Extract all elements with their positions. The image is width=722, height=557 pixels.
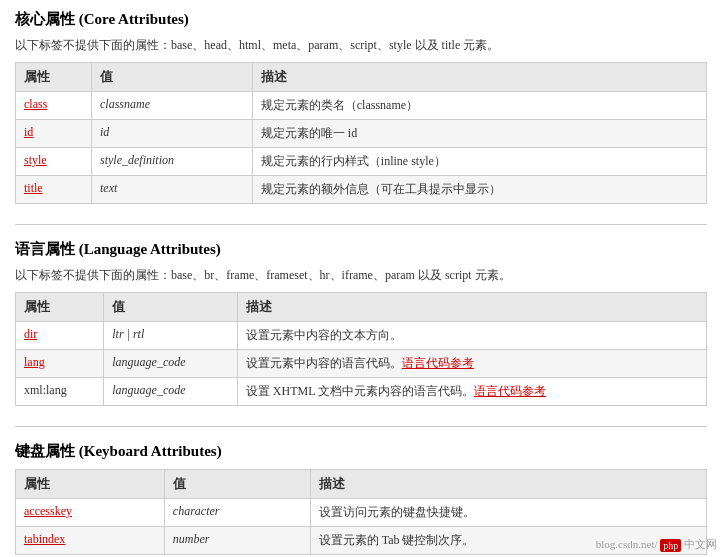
- core-attributes-table: 属性 值 描述 class classname 规定元素的类名（classnam…: [15, 62, 707, 204]
- php-badge: php: [660, 539, 681, 552]
- attr-cell: xml:lang: [16, 378, 104, 406]
- watermark: blog.csdn.net/ php 中文网: [596, 537, 717, 552]
- col-header-attr: 属性: [16, 63, 92, 92]
- tabindex-link[interactable]: tabindex: [24, 532, 65, 546]
- attr-cell: class: [16, 92, 92, 120]
- attr-cell: title: [16, 176, 92, 204]
- col-header-attr: 属性: [16, 470, 165, 499]
- table-row: id id 规定元素的唯一 id: [16, 120, 707, 148]
- desc-cell: 设置元素中内容的文本方向。: [237, 322, 706, 350]
- col-header-desc: 描述: [237, 293, 706, 322]
- desc-cell: 设置元素中内容的语言代码。语言代码参考: [237, 350, 706, 378]
- core-section-title: 核心属性 (Core Attributes): [15, 10, 707, 29]
- table-row: dir ltr | rtl 设置元素中内容的文本方向。: [16, 322, 707, 350]
- table-row: xml:lang language_code 设置 XHTML 文档中元素内容的…: [16, 378, 707, 406]
- val-cell: style_definition: [91, 148, 252, 176]
- language-attributes-table: 属性 值 描述 dir ltr | rtl 设置元素中内容的文本方向。 lang…: [15, 292, 707, 406]
- table-row: accesskey character 设置访问元素的键盘快捷键。: [16, 499, 707, 527]
- val-cell: language_code: [104, 378, 238, 406]
- col-header-val: 值: [104, 293, 238, 322]
- val-cell: language_code: [104, 350, 238, 378]
- id-link[interactable]: id: [24, 125, 33, 139]
- title-link[interactable]: title: [24, 181, 43, 195]
- table-row: lang language_code 设置元素中内容的语言代码。语言代码参考: [16, 350, 707, 378]
- lang-code-ref-link-2[interactable]: 语言代码参考: [474, 384, 546, 398]
- xmllang-text: xml:lang: [24, 383, 67, 397]
- table-row: style style_definition 规定元素的行内样式（inline …: [16, 148, 707, 176]
- desc-cell: 设置 XHTML 文档中元素内容的语言代码。语言代码参考: [237, 378, 706, 406]
- desc-cell: 设置访问元素的键盘快捷键。: [310, 499, 706, 527]
- val-cell: number: [164, 527, 310, 555]
- attr-cell: dir: [16, 322, 104, 350]
- desc-cell: 规定元素的唯一 id: [252, 120, 706, 148]
- attr-cell: lang: [16, 350, 104, 378]
- col-header-attr: 属性: [16, 293, 104, 322]
- col-header-desc: 描述: [252, 63, 706, 92]
- val-cell: character: [164, 499, 310, 527]
- lang-link[interactable]: lang: [24, 355, 45, 369]
- attr-cell: style: [16, 148, 92, 176]
- core-attributes-section: 核心属性 (Core Attributes) 以下标签不提供下面的属性：base…: [15, 10, 707, 204]
- attr-cell: tabindex: [16, 527, 165, 555]
- core-section-desc: 以下标签不提供下面的属性：base、head、html、meta、param、s…: [15, 37, 707, 54]
- divider-2: [15, 426, 707, 427]
- col-header-desc: 描述: [310, 470, 706, 499]
- col-header-val: 值: [164, 470, 310, 499]
- language-attributes-section: 语言属性 (Language Attributes) 以下标签不提供下面的属性：…: [15, 240, 707, 406]
- col-header-val: 值: [91, 63, 252, 92]
- val-cell: id: [91, 120, 252, 148]
- language-section-desc: 以下标签不提供下面的属性：base、br、frame、frameset、hr、i…: [15, 267, 707, 284]
- style-link[interactable]: style: [24, 153, 47, 167]
- blog-url: blog.csdn.net/: [596, 538, 658, 550]
- table-row: class classname 规定元素的类名（classname）: [16, 92, 707, 120]
- keyboard-section-title: 键盘属性 (Keyboard Attributes): [15, 442, 707, 461]
- desc-cell: 规定元素的行内样式（inline style）: [252, 148, 706, 176]
- dir-link[interactable]: dir: [24, 327, 37, 341]
- chinese-label: 中文网: [684, 538, 717, 550]
- accesskey-link[interactable]: accesskey: [24, 504, 72, 518]
- attr-cell: accesskey: [16, 499, 165, 527]
- table-row: title text 规定元素的额外信息（可在工具提示中显示）: [16, 176, 707, 204]
- divider-1: [15, 224, 707, 225]
- desc-cell: 规定元素的类名（classname）: [252, 92, 706, 120]
- lang-code-ref-link-1[interactable]: 语言代码参考: [402, 356, 474, 370]
- val-cell: classname: [91, 92, 252, 120]
- val-cell: text: [91, 176, 252, 204]
- class-link[interactable]: class: [24, 97, 47, 111]
- desc-cell: 规定元素的额外信息（可在工具提示中显示）: [252, 176, 706, 204]
- val-cell: ltr | rtl: [104, 322, 238, 350]
- language-section-title: 语言属性 (Language Attributes): [15, 240, 707, 259]
- attr-cell: id: [16, 120, 92, 148]
